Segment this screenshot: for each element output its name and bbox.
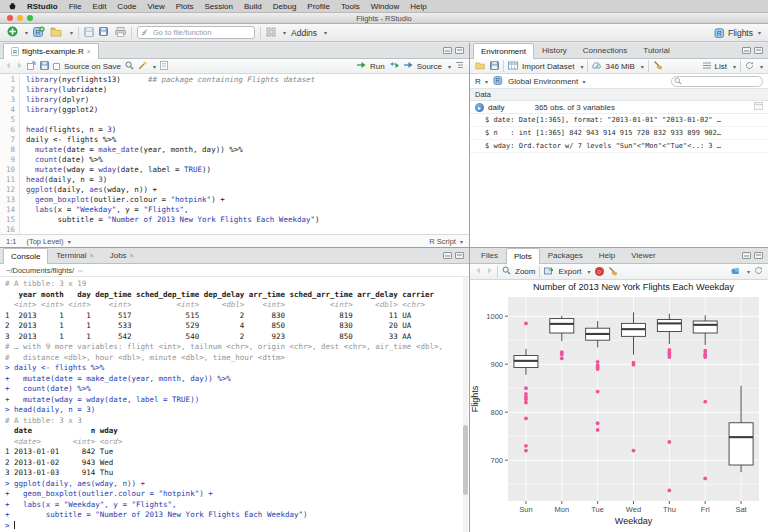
tab-files[interactable]: Files [473,248,506,263]
menu-session[interactable]: Session [204,2,232,11]
close-tab-icon[interactable]: × [90,250,94,261]
language-selector[interactable]: R ▾ [475,77,488,86]
save-workspace-icon[interactable] [490,61,499,72]
code-line[interactable]: subtitle = "Number of 2013 New York Flig… [26,215,469,225]
menu-code[interactable]: Code [117,2,136,11]
list-view-icon[interactable] [703,62,711,71]
back-icon[interactable] [5,62,12,71]
code-editor[interactable]: 12345678910111213141516 library(nycfligh… [0,74,469,234]
open-file-icon[interactable] [50,27,63,39]
tab-connections[interactable]: Connections [575,43,635,58]
minimize-pane-icon[interactable] [742,252,751,259]
plot-display-area[interactable]: Number of 2013 New York Flights Each Wee… [470,280,768,532]
addins-dropdown[interactable]: ▾ [324,29,327,36]
close-tab-icon[interactable]: × [87,46,91,57]
tab-help[interactable]: Help [591,248,623,263]
maximize-pane-icon[interactable] [455,252,464,259]
console-output[interactable]: # A tibble: 3 x 19 year month day dep_ti… [0,277,469,532]
code-line[interactable]: count(date) %>% [26,155,469,165]
minimize-pane-icon[interactable] [443,47,452,54]
refresh-environment-icon[interactable] [745,61,754,72]
code-line[interactable]: head(flights, n = 3) [26,125,469,135]
import-dataset-dropdown[interactable]: ▾ [580,63,583,70]
export-plot-button[interactable]: Export [558,267,581,276]
tab-plots[interactable]: Plots [506,248,540,264]
load-workspace-icon[interactable] [475,61,486,72]
environment-search-input[interactable] [671,76,763,87]
maximize-pane-icon[interactable] [754,47,763,54]
code-line[interactable]: library(nycflights13) ## package contain… [26,75,469,85]
open-file-dropdown[interactable]: ▾ [70,29,73,36]
tab-packages[interactable]: Packages [540,248,591,263]
object-row-daily[interactable]: ▸ daily 365 obs. of 3 variables [470,101,768,114]
menu-window[interactable]: Window [371,2,399,11]
compile-report-icon[interactable] [160,61,168,72]
addins-button[interactable]: Addins [291,28,317,38]
remove-plot-icon[interactable]: ○ [595,267,604,276]
code-line[interactable]: labs(x = "Weekday", y = "Flights", [26,205,469,215]
goto-file-input[interactable] [137,26,255,39]
outline-icon[interactable] [455,61,464,71]
publish-dropdown[interactable]: ▾ [747,268,750,275]
print-icon[interactable] [115,27,126,39]
code-line[interactable] [26,115,469,125]
save-doc-icon[interactable] [40,61,49,72]
source-on-save-checkbox[interactable] [53,63,60,70]
code-line[interactable]: geom_boxplot(outlier.colour = "hotpink")… [26,195,469,205]
addins-grid-dropdown[interactable]: ▾ [283,29,286,36]
environment-search[interactable] [671,76,763,87]
path-arrow-icon[interactable]: ⇨ [78,267,83,274]
menu-help[interactable]: Help [410,2,426,11]
menu-build[interactable]: Build [244,2,262,11]
list-view-dropdown[interactable]: ▾ [733,63,736,70]
menu-profile[interactable]: Profile [307,2,330,11]
code-line[interactable]: library(dplyr) [26,95,469,105]
zoom-plot-icon[interactable] [502,266,511,277]
goto-file-search[interactable] [137,26,255,39]
tab-jobs[interactable]: Jobs× [102,248,142,263]
environment-selector[interactable]: Global Environment ▾ [508,77,586,86]
tab-history[interactable]: History [534,43,575,58]
menu-edit[interactable]: Edit [93,2,107,11]
save-all-icon[interactable] [99,27,110,39]
code-line[interactable]: library(lubridate) [26,85,469,95]
menu-plots[interactable]: Plots [176,2,194,11]
tab-flights-example[interactable]: R flights-example.R × [3,43,99,59]
memory-gauge-icon[interactable] [592,61,601,72]
apple-icon[interactable] [9,2,16,10]
import-dataset-icon[interactable] [508,61,518,72]
new-file-dropdown[interactable]: ▾ [25,29,28,36]
maximize-pane-icon[interactable] [754,252,763,259]
menu-rstudio[interactable]: RStudio [27,2,58,11]
tab-tutorial[interactable]: Tutorial [635,43,677,58]
forward-icon[interactable] [16,62,23,71]
code-tools-dropdown[interactable]: ▾ [153,63,156,70]
previous-plot-icon[interactable] [475,267,482,276]
next-plot-icon[interactable] [486,267,493,276]
view-table-icon[interactable] [754,102,763,112]
close-window-button[interactable] [7,15,13,21]
file-type-selector[interactable]: R Script ▾ [429,237,463,246]
dataframe-icon[interactable]: ▸ [475,103,484,112]
tab-terminal[interactable]: Terminal× [48,248,101,263]
source-dropdown[interactable]: ▾ [448,63,451,70]
menu-tools[interactable]: Tools [341,2,360,11]
console-scrollbar[interactable] [463,277,468,532]
run-button[interactable]: Run [370,62,385,71]
tab-console[interactable]: Console [3,248,48,264]
code-line[interactable]: mutate(date = make_date(year, month, day… [26,145,469,155]
export-dropdown[interactable]: ▾ [588,268,591,275]
close-tab-icon[interactable]: × [130,250,134,261]
code-line[interactable]: head(daily, n = 3) [26,175,469,185]
menu-file[interactable]: File [69,2,82,11]
addins-grid-icon[interactable] [266,27,276,39]
export-plot-icon[interactable] [544,266,554,277]
source-arrow-icon[interactable] [404,61,413,71]
maximize-pane-icon[interactable] [455,47,464,54]
code-line[interactable] [26,225,469,234]
find-icon[interactable] [125,61,134,72]
popout-icon[interactable] [27,61,36,72]
minimize-pane-icon[interactable] [443,252,452,259]
minimize-window-button[interactable] [17,15,23,21]
zoom-plot-button[interactable]: Zoom [515,267,535,276]
